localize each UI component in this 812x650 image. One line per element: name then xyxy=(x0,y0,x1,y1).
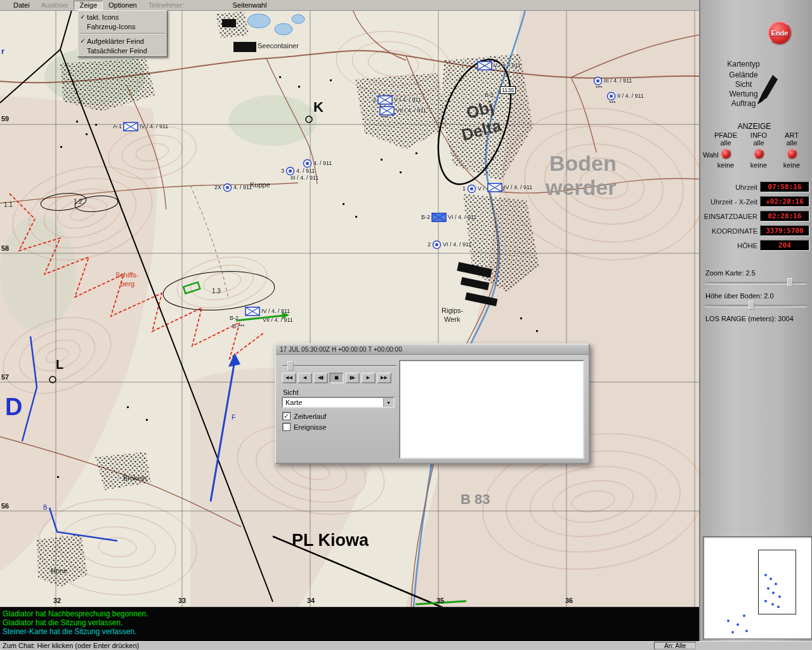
menu-item-datei[interactable]: Datei xyxy=(8,1,36,10)
step-back-button[interactable]: ◀▮ xyxy=(313,373,328,383)
slider-höhe-über-boden: Höhe über Boden: 2.0 xyxy=(705,292,811,307)
checkbox-row-zeitverlauf[interactable]: ✓Zeitverlauf xyxy=(282,412,326,420)
slider-thumb[interactable] xyxy=(749,301,754,310)
stop-button[interactable]: ■ xyxy=(329,373,344,383)
menu-bar: DateiAuslöserZeigeOptionenTeilnehmer:Sei… xyxy=(0,0,699,11)
playback-buttons: ◀◀◀◀▮■▮▶▶▶▶ xyxy=(282,373,391,383)
minimap-unit-dot xyxy=(769,578,772,580)
zeige-dropdown-menu: ✓takt. IconsFahrzeug-Icons✓Aufgeklärter … xyxy=(77,10,167,57)
menu-entry-label: Tatsächlicher Feind xyxy=(87,47,147,55)
view-label: Sicht xyxy=(283,388,298,396)
anzeige-column-pfade: PFADEallekeine xyxy=(710,131,741,169)
checked-checkbox[interactable]: ✓ xyxy=(282,412,291,420)
play-button[interactable]: ▶ xyxy=(361,373,376,383)
readout-label: KOORDINATE xyxy=(700,227,760,235)
minimap-unit-dot xyxy=(771,603,774,606)
checkmark-icon: ✓ xyxy=(79,36,87,46)
menu-item-optionen[interactable]: Optionen xyxy=(103,1,143,10)
checkbox-label: Zeitverlauf xyxy=(294,413,326,420)
control-sidebar: Ende Kartentyp GeländeSichtWertungAuftra… xyxy=(699,0,812,641)
slider-label: Zoom Karte: 2.5 xyxy=(705,269,811,277)
anzeige-top-value: alle xyxy=(786,139,797,147)
chevron-down-icon[interactable]: ▼ xyxy=(383,398,393,407)
tactical-map[interactable] xyxy=(0,0,699,650)
timeline-slider-track[interactable] xyxy=(282,365,396,367)
anzeige-columns: PFADEallekeineINFOallekeineARTallekeine xyxy=(710,131,807,169)
timeline-slider-thumb[interactable] xyxy=(287,361,294,371)
menu-item-zeige[interactable]: Zeige xyxy=(74,1,103,10)
event-list-box[interactable] xyxy=(399,360,584,459)
chat-message: Steiner-Karte hat die Sitzung verlassen. xyxy=(3,627,699,636)
chat-log[interactable]: Gladiator hat Nachbesprechung begonnen.G… xyxy=(0,607,699,641)
fast-rewind-button[interactable]: ◀◀ xyxy=(282,373,296,383)
minimap-unit-dot xyxy=(775,583,777,585)
anzeige-column-art: ARTallekeine xyxy=(776,131,807,169)
play-reverse-button[interactable]: ◀ xyxy=(298,373,312,383)
readout-einsatzdauer: EINSATZDAUER02:28:16 xyxy=(700,209,809,223)
view-sliders: Zoom Karte: 2.5Höhe über Boden: 2.0LOS R… xyxy=(705,269,811,330)
fast-forward-button[interactable]: ▶▶ xyxy=(377,373,391,383)
menu-entry-label: takt. Icons xyxy=(87,13,119,21)
minimap-unit-dot xyxy=(764,600,767,602)
art-knob-button[interactable] xyxy=(787,149,797,159)
minimap-unit-dot xyxy=(777,606,780,608)
minimap-unit-dot xyxy=(767,587,769,590)
readout-koordinate: KOORDINATE3379:5700 xyxy=(700,223,809,238)
slider-track[interactable] xyxy=(705,305,807,307)
slider-track[interactable] xyxy=(705,282,807,284)
readout-value: 3379:5700 xyxy=(760,225,809,236)
checkmark-icon: ✓ xyxy=(79,12,87,22)
minimap-unit-dot xyxy=(737,623,739,626)
ende-button[interactable]: Ende xyxy=(768,21,792,45)
anzeige-bottom-value: keine xyxy=(750,161,767,169)
overview-minimap[interactable] xyxy=(703,536,812,639)
anzeige-column-title: PFADE xyxy=(714,131,737,139)
readout-value: 204 xyxy=(760,240,809,251)
menu-item-auslöser: Auslöser xyxy=(36,1,74,10)
menu-entry-takt-icons[interactable]: ✓takt. Icons xyxy=(79,12,166,22)
checkbox-label: Ereignisse xyxy=(294,423,326,431)
slider-thumb[interactable] xyxy=(787,278,793,287)
minimap-unit-dot xyxy=(764,574,767,576)
playback-dialog[interactable]: 17 JUL 05:30:00Z H +00:00:00 T +00:00:00… xyxy=(275,343,590,464)
anzeige-column-title: ART xyxy=(785,131,799,139)
slider-label: LOS RANGE (meters): 3004 xyxy=(705,315,811,322)
anzeige-top-value: alle xyxy=(753,139,764,147)
readout-uhrzeit-x-zeit: Uhrzeit - X-Zeit+02:28:16 xyxy=(700,194,809,209)
readout-value: 02:28:16 xyxy=(760,211,809,222)
minimap-unit-dot xyxy=(745,630,748,632)
menu-entry-label: Aufgeklärter Feind xyxy=(87,37,144,45)
readout-label: Uhrzeit - X-Zeit xyxy=(700,198,760,206)
view-select[interactable]: Karte ▼ xyxy=(282,397,395,408)
menu-entry-fahrzeug-icons[interactable]: Fahrzeug-Icons xyxy=(79,22,166,31)
view-select-value: Karte xyxy=(283,398,383,407)
readout-label: HÖHE xyxy=(700,242,760,249)
chat-prompt[interactable]: Zum Chat: Hier klicken (oder Enter drück… xyxy=(3,642,139,650)
menu-item-teilnehmer: Teilnehmer: xyxy=(143,1,190,10)
unchecked-checkbox[interactable] xyxy=(282,423,291,431)
anzeige-bottom-value: keine xyxy=(717,161,734,169)
info-knob-button[interactable] xyxy=(754,149,764,159)
checkbox-row-ereignisse[interactable]: Ereignisse xyxy=(282,423,326,431)
minimap-unit-dot xyxy=(731,631,734,633)
chat-message: Gladiator hat Nachbesprechung begonnen. xyxy=(3,609,699,618)
kartentyp-title: Kartentyp xyxy=(705,60,782,69)
minimap-unit-dot xyxy=(727,620,730,622)
pen-icon[interactable] xyxy=(754,71,779,107)
chat-recipient-select[interactable]: An: Alle xyxy=(654,642,696,649)
slider-zoom-karte: Zoom Karte: 2.5 xyxy=(705,269,811,284)
menu-entry-tatsächlicher-feind[interactable]: Tatsächlicher Feind xyxy=(79,46,166,55)
wahl-label: Wahl xyxy=(703,151,719,159)
playback-dialog-titlebar[interactable]: 17 JUL 05:30:00Z H +00:00:00 T +00:00:00 xyxy=(276,345,589,355)
timeline-slider[interactable] xyxy=(282,361,396,369)
playback-options: ✓ZeitverlaufEreignisse xyxy=(282,412,326,434)
chat-message: Gladiator hat die Sitzung verlassen. xyxy=(3,618,699,627)
readout-value: +02:28:16 xyxy=(760,196,809,207)
minimap-viewport-rect xyxy=(758,550,796,614)
status-readouts: Uhrzeit07:58:16Uhrzeit - X-Zeit+02:28:16… xyxy=(700,180,809,253)
menu-separator xyxy=(80,33,165,34)
menu-entry-aufgeklärter-feind[interactable]: ✓Aufgeklärter Feind xyxy=(79,36,166,46)
menu-item-seitenwahl[interactable]: Seitenwahl xyxy=(227,1,273,10)
pfade-knob-button[interactable] xyxy=(721,149,731,159)
step-forward-button[interactable]: ▮▶ xyxy=(345,373,360,383)
